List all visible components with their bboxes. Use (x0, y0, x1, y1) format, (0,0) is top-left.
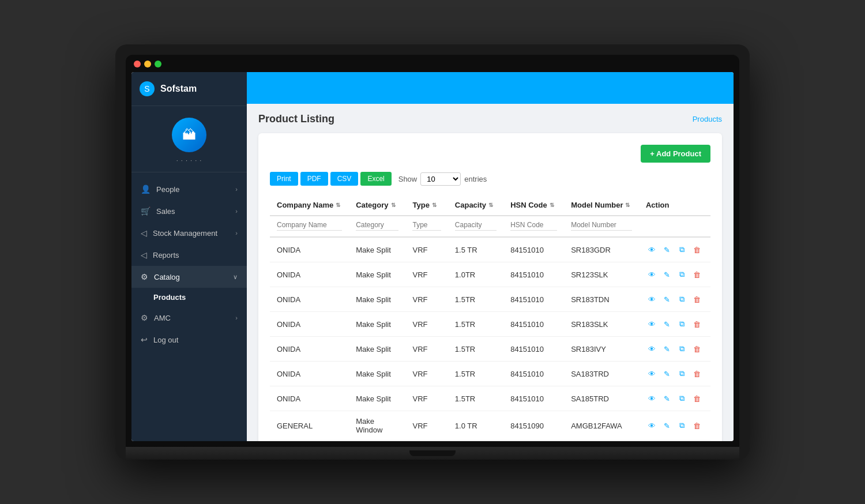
entries-select[interactable]: 10 25 50 100 (420, 172, 461, 186)
view-icon-3[interactable]: 👁 (646, 318, 659, 330)
edit-icon-3[interactable]: ✎ (661, 318, 674, 330)
chevron-right-icon-amc: › (235, 314, 238, 321)
cell-hsn-3: 84151010 (503, 312, 564, 337)
catalog-icon: ⚙ (141, 272, 148, 281)
sidebar-sub-item-label-products: Products (153, 293, 186, 302)
chevron-down-icon-catalog: ∨ (233, 273, 238, 281)
cell-capacity-6: 1.5TR (448, 386, 503, 411)
delete-icon-1[interactable]: 🗑 (691, 268, 704, 281)
filter-type[interactable] (412, 220, 441, 231)
edit-icon-6[interactable]: ✎ (661, 392, 674, 405)
delete-icon-0[interactable]: 🗑 (691, 243, 704, 256)
copy-icon-0[interactable]: ⧉ (676, 243, 689, 256)
sidebar-item-catalog[interactable]: ⚙ Catalog ∨ (131, 266, 247, 288)
table-header-row: Company Name ⇅ Category ⇅ (270, 195, 710, 216)
copy-icon-5[interactable]: ⧉ (676, 367, 689, 380)
view-icon-6[interactable]: 👁 (646, 392, 659, 405)
avatar-icon: 🏔 (182, 127, 196, 143)
view-icon-2[interactable]: 👁 (646, 293, 659, 306)
chevron-right-icon-stock: › (235, 230, 238, 236)
table-row: ONIDA Make Split VRF 1.0TR 84151010 SR12… (270, 262, 710, 287)
delete-icon-5[interactable]: 🗑 (691, 367, 704, 380)
sidebar-item-logout[interactable]: ↩ Log out (131, 329, 247, 351)
cell-type-0: VRF (405, 237, 447, 262)
cell-model-4: SR183IVY (564, 337, 639, 362)
sidebar-item-amc[interactable]: ⚙ AMC › (131, 307, 247, 329)
edit-icon-4[interactable]: ✎ (661, 343, 674, 355)
edit-icon-0[interactable]: ✎ (661, 243, 674, 256)
chevron-right-icon-sales: › (235, 208, 238, 215)
screen-bezel: S Sofstam 🏔 · · · · · · 👤 People (126, 55, 739, 447)
copy-icon-2[interactable]: ⧉ (676, 293, 689, 306)
excel-button[interactable]: Excel (360, 172, 391, 186)
copy-icon-3[interactable]: ⧉ (676, 318, 689, 330)
maximize-button[interactable] (155, 61, 161, 67)
copy-icon-6[interactable]: ⧉ (676, 392, 689, 405)
stock-icon: ◁ (141, 228, 147, 238)
brand-name: Sofstam (160, 84, 197, 94)
sidebar-item-label-logout: Log out (153, 336, 178, 344)
cell-type-6: VRF (405, 386, 447, 411)
sort-icon-hsn[interactable]: ⇅ (550, 202, 554, 208)
view-icon-4[interactable]: 👁 (646, 343, 659, 355)
cell-hsn-2: 84151010 (503, 287, 564, 312)
sidebar-item-sales[interactable]: 🛒 Sales › (131, 200, 247, 222)
sidebar-sub-item-products[interactable]: Products (131, 288, 247, 307)
sidebar-item-people[interactable]: 👤 People › (131, 178, 247, 200)
delete-icon-2[interactable]: 🗑 (691, 293, 704, 306)
cell-company-4: ONIDA (270, 337, 349, 362)
add-product-button[interactable]: + Add Product (641, 145, 710, 163)
people-icon: 👤 (141, 185, 151, 194)
sort-icon-capacity[interactable]: ⇅ (488, 202, 493, 208)
col-capacity: Capacity ⇅ (448, 195, 503, 216)
filter-category[interactable] (356, 220, 398, 231)
minimize-button[interactable] (144, 61, 151, 67)
csv-button[interactable]: CSV (330, 172, 359, 186)
delete-icon-4[interactable]: 🗑 (691, 343, 704, 355)
breadcrumb[interactable]: Products (693, 115, 722, 123)
close-button[interactable] (134, 61, 141, 67)
delete-icon-6[interactable]: 🗑 (691, 392, 704, 405)
cell-action-4: 👁 ✎ ⧉ 🗑 (639, 337, 710, 362)
top-bar (247, 72, 734, 104)
laptop-frame: S Sofstam 🏔 · · · · · · 👤 People (115, 44, 750, 460)
card-toolbar: Print PDF CSV Excel Show 10 25 (270, 172, 710, 186)
sidebar-item-label-reports: Reports (153, 251, 179, 259)
cell-hsn-0: 84151010 (503, 237, 564, 262)
copy-icon-1[interactable]: ⧉ (676, 268, 689, 281)
sidebar-item-reports[interactable]: ◁ Reports (131, 244, 247, 266)
cell-category-6: Make Split (349, 386, 405, 411)
edit-icon-1[interactable]: ✎ (661, 268, 674, 281)
delete-icon-3[interactable]: 🗑 (691, 318, 704, 330)
print-button[interactable]: Print (270, 172, 298, 186)
cell-model-7: AMGB12FAWA (564, 411, 639, 441)
delete-icon-7[interactable]: 🗑 (691, 419, 704, 432)
view-icon-1[interactable]: 👁 (646, 268, 659, 281)
sort-icon-model[interactable]: ⇅ (625, 202, 630, 208)
cell-category-3: Make Split (349, 312, 405, 337)
view-icon-0[interactable]: 👁 (646, 243, 659, 256)
sidebar: S Sofstam 🏔 · · · · · · 👤 People (131, 72, 247, 441)
cell-action-3: 👁 ✎ ⧉ 🗑 (639, 312, 710, 337)
filter-company[interactable] (277, 220, 342, 231)
sidebar-item-stock[interactable]: ◁ Stock Management › (131, 222, 247, 244)
filter-capacity[interactable] (455, 220, 497, 231)
cell-company-0: ONIDA (270, 237, 349, 262)
cell-action-2: 👁 ✎ ⧉ 🗑 (639, 287, 710, 312)
sort-icon-company[interactable]: ⇅ (336, 202, 340, 208)
view-icon-7[interactable]: 👁 (646, 419, 659, 432)
filter-model[interactable] (571, 220, 632, 231)
edit-icon-2[interactable]: ✎ (661, 293, 674, 306)
copy-icon-4[interactable]: ⧉ (676, 343, 689, 355)
pdf-button[interactable]: PDF (300, 172, 328, 186)
show-label: Show (398, 175, 418, 183)
view-icon-5[interactable]: 👁 (646, 367, 659, 380)
cell-model-0: SR183GDR (564, 237, 639, 262)
edit-icon-7[interactable]: ✎ (661, 419, 674, 432)
sort-icon-type[interactable]: ⇅ (432, 202, 437, 208)
sort-icon-category[interactable]: ⇅ (391, 202, 396, 208)
copy-icon-7[interactable]: ⧉ (676, 419, 689, 432)
sales-icon: 🛒 (141, 206, 151, 216)
filter-hsn[interactable] (510, 220, 557, 231)
edit-icon-5[interactable]: ✎ (661, 367, 674, 380)
